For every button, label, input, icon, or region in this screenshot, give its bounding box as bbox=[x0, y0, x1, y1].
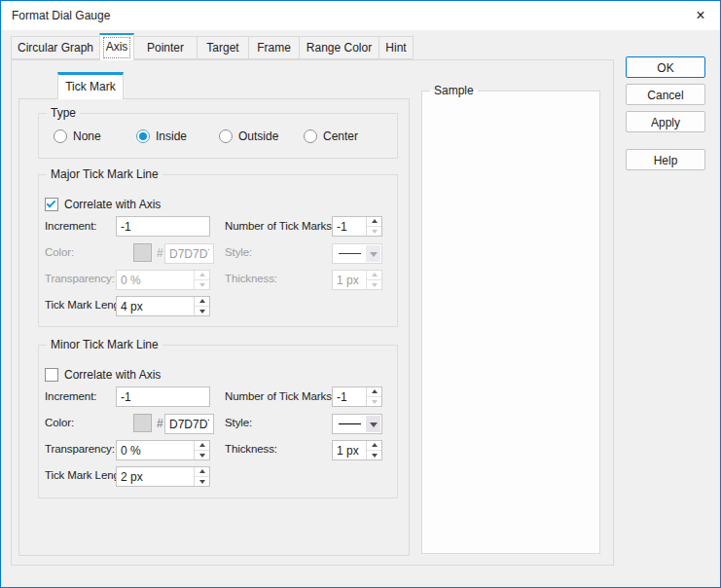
solid-line-swatch bbox=[339, 253, 361, 254]
close-button[interactable]: × bbox=[689, 5, 712, 26]
major-tick-mark-group: Major Tick Mark Line Correlate with Axis… bbox=[38, 174, 398, 327]
minor-group-title: Minor Tick Mark Line bbox=[47, 338, 162, 351]
radio-option-center[interactable]: Center bbox=[304, 129, 358, 143]
spinner-down-icon[interactable] bbox=[195, 477, 209, 486]
tab-range-color[interactable]: Range Color bbox=[299, 36, 379, 59]
radio-label: None bbox=[73, 129, 101, 143]
spinner-value[interactable] bbox=[333, 217, 366, 236]
number-of-tick-marks-spinner-major[interactable] bbox=[332, 216, 382, 237]
spinner-value[interactable] bbox=[117, 467, 194, 486]
color-hex-input-major bbox=[164, 243, 214, 264]
spinner-down-icon[interactable] bbox=[195, 307, 209, 315]
spinner-down-icon[interactable] bbox=[367, 227, 381, 236]
color-label: Color: bbox=[45, 246, 74, 258]
spinner-down-icon[interactable] bbox=[367, 397, 381, 406]
color-label: Color: bbox=[45, 417, 74, 428]
sample-group-title: Sample bbox=[430, 84, 478, 97]
hash-label: # bbox=[157, 246, 163, 260]
checkbox-unchecked-icon bbox=[45, 368, 58, 382]
outer-tabstrip: Circular Graph Axis Pointer Target Frame… bbox=[11, 33, 414, 60]
tab-frame[interactable]: Frame bbox=[248, 36, 300, 59]
color-swatch-major bbox=[133, 243, 152, 262]
window-title: Format Dial Gauge bbox=[12, 9, 110, 22]
checkbox-checked-icon bbox=[45, 198, 58, 211]
style-label: Style: bbox=[225, 246, 252, 258]
thickness-spinner-minor[interactable] bbox=[332, 440, 382, 460]
correlate-with-axis-checkbox-minor[interactable]: Correlate with Axis bbox=[45, 368, 161, 382]
tab-hint[interactable]: Hint bbox=[379, 36, 414, 59]
apply-button[interactable]: Apply bbox=[626, 111, 705, 132]
cancel-button[interactable]: Cancel bbox=[626, 84, 705, 105]
spinner-down-icon[interactable] bbox=[195, 451, 209, 459]
major-group-title: Major Tick Mark Line bbox=[47, 167, 162, 181]
tab-axis[interactable]: Axis bbox=[99, 33, 134, 60]
spinner-up-icon[interactable] bbox=[195, 297, 209, 307]
dropdown-arrow-icon[interactable] bbox=[366, 416, 380, 432]
style-dropdown-minor[interactable] bbox=[332, 414, 382, 434]
increment-input-major[interactable] bbox=[116, 216, 210, 237]
radio-option-outside[interactable]: Outside bbox=[219, 129, 278, 143]
tab-tick-mark[interactable]: Tick Mark bbox=[57, 72, 124, 99]
transparency-label: Transparency: bbox=[45, 443, 115, 455]
type-group: Type None Inside Outside Center bbox=[38, 113, 398, 159]
tab-circular-graph[interactable]: Circular Graph bbox=[11, 36, 100, 59]
radio-icon bbox=[304, 129, 317, 143]
transparency-spinner-major bbox=[116, 270, 210, 290]
color-swatch-minor[interactable] bbox=[133, 414, 152, 432]
radio-option-none[interactable]: None bbox=[54, 129, 101, 143]
dropdown-arrow-icon bbox=[366, 245, 380, 262]
spinner-value[interactable] bbox=[333, 387, 366, 406]
tab-pointer[interactable]: Pointer bbox=[133, 36, 198, 59]
titlebar: Format Dial Gauge × bbox=[1, 1, 720, 30]
style-dropdown-major bbox=[332, 243, 382, 264]
spinner-up-icon[interactable] bbox=[195, 467, 209, 477]
spinner-up-icon[interactable] bbox=[367, 217, 381, 227]
spinner-up-icon bbox=[195, 271, 209, 280]
spinner-up-icon bbox=[367, 271, 381, 280]
type-group-title: Type bbox=[47, 106, 80, 120]
spinner-up-icon[interactable] bbox=[367, 441, 381, 451]
transparency-label: Transparency: bbox=[45, 273, 115, 284]
tick-mark-length-spinner-major[interactable] bbox=[116, 296, 210, 316]
tab-target[interactable]: Target bbox=[197, 36, 249, 59]
spinner-down-icon[interactable] bbox=[367, 451, 381, 459]
spinner-value[interactable] bbox=[333, 441, 366, 459]
hash-label: # bbox=[157, 417, 163, 430]
ok-button[interactable]: OK bbox=[626, 56, 705, 78]
tick-mark-length-spinner-minor[interactable] bbox=[116, 466, 210, 487]
spinner-down-icon bbox=[367, 280, 381, 289]
spinner-value bbox=[117, 271, 194, 289]
sample-group: Sample bbox=[421, 91, 600, 554]
solid-line-swatch bbox=[339, 423, 361, 424]
number-of-tick-marks-label: Number of Tick Marks: bbox=[225, 220, 335, 232]
correlate-with-axis-checkbox-major[interactable]: Correlate with Axis bbox=[45, 198, 161, 211]
increment-input-minor[interactable] bbox=[116, 386, 210, 407]
style-label: Style: bbox=[225, 417, 252, 428]
spinner-value[interactable] bbox=[117, 297, 194, 315]
help-button[interactable]: Help bbox=[626, 149, 705, 170]
radio-label: Center bbox=[323, 129, 358, 143]
radio-label: Outside bbox=[238, 129, 278, 143]
number-of-tick-marks-label: Number of Tick Marks: bbox=[225, 390, 335, 402]
spinner-up-icon[interactable] bbox=[195, 441, 209, 451]
increment-label: Increment: bbox=[45, 390, 96, 402]
radio-label: Inside bbox=[156, 129, 187, 143]
checkbox-label: Correlate with Axis bbox=[64, 198, 161, 211]
increment-label: Increment: bbox=[45, 220, 96, 232]
color-hex-input-minor[interactable] bbox=[164, 414, 214, 434]
thickness-label: Thickness: bbox=[225, 273, 277, 284]
radio-icon bbox=[219, 129, 233, 143]
number-of-tick-marks-spinner-minor[interactable] bbox=[332, 386, 382, 407]
radio-selected-icon bbox=[136, 129, 150, 143]
spinner-value[interactable] bbox=[117, 441, 194, 459]
transparency-spinner-minor[interactable] bbox=[116, 440, 210, 460]
radio-option-inside[interactable]: Inside bbox=[136, 129, 187, 143]
spinner-value bbox=[333, 271, 366, 289]
radio-icon bbox=[54, 129, 67, 143]
thickness-label: Thickness: bbox=[225, 443, 277, 455]
spinner-up-icon[interactable] bbox=[367, 387, 381, 397]
format-dial-gauge-dialog: Format Dial Gauge × Circular Graph Axis … bbox=[0, 0, 721, 588]
sample-preview-area bbox=[428, 97, 594, 547]
thickness-spinner-major bbox=[332, 270, 382, 290]
checkbox-label: Correlate with Axis bbox=[64, 368, 161, 382]
